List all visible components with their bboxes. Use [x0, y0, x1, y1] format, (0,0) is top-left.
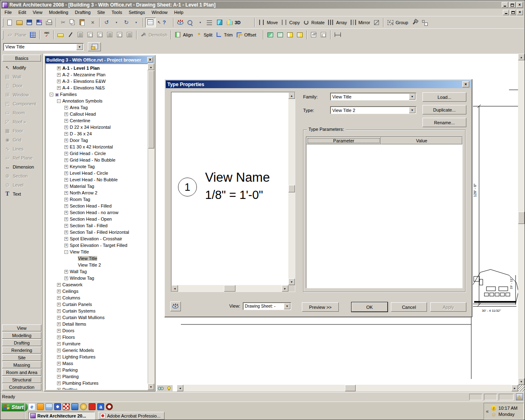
align-button[interactable]: Align [173, 30, 194, 40]
tree-expander[interactable]: + [64, 244, 68, 247]
project-browser-title-bar[interactable]: Building 3 - With Office.rvt - Project b… [45, 56, 154, 63]
tree-item[interactable]: + A-4 - Elevations N&S [46, 84, 154, 91]
tree-expander[interactable]: + [64, 224, 68, 228]
tray-app-icon[interactable]: ☺ [491, 412, 496, 417]
tree-item[interactable]: + Window Tag [46, 275, 154, 281]
save-to-central-button[interactable] [34, 18, 44, 27]
tree-expander[interactable]: + [64, 139, 68, 142]
menu-item[interactable]: Settings [126, 9, 148, 16]
scroll-thumb[interactable] [288, 185, 295, 192]
duplicate-button[interactable]: Duplicate... [422, 105, 466, 114]
tree-item[interactable]: + Wall Tag [46, 268, 154, 275]
quick-launch-icon[interactable] [71, 403, 78, 410]
task-button[interactable]: Adobe Acrobat Professio... [98, 412, 164, 420]
trim-button[interactable]: Trim [214, 30, 235, 40]
tree-item[interactable]: + Floors [46, 334, 154, 340]
undo-button[interactable]: ↺ [102, 18, 112, 27]
dialog-title-bar[interactable]: Type Properties × [166, 80, 471, 88]
scroll-down-button[interactable]: ▼ [518, 378, 525, 385]
scroll-thumb[interactable] [518, 212, 525, 224]
menu-item[interactable]: Window [148, 9, 171, 16]
tree-item[interactable]: + Generic Models [46, 347, 154, 354]
work-plane-grid-button[interactable] [28, 30, 38, 40]
tree-item[interactable]: + D - 36 x 24 [46, 130, 154, 137]
tree-expander[interactable]: + [64, 126, 68, 129]
tree-item[interactable]: + Spot Elevation - Crosshair [46, 235, 154, 242]
quick-launch-icon[interactable] [106, 403, 113, 410]
design-bar-tab[interactable]: Site [2, 354, 41, 361]
link-group-button[interactable] [420, 18, 429, 27]
worksharing-warning-icon[interactable]: ⚠ [516, 393, 523, 400]
tree-expander[interactable]: - [50, 93, 53, 96]
menu-item[interactable]: Tools [108, 9, 126, 16]
design-bar-tool[interactable]: ◸ Roof » [1, 117, 43, 126]
task-button[interactable]: Revit Architecture 20... [28, 412, 95, 420]
design-bar-tool[interactable]: T Text [1, 189, 43, 199]
join-roof-button[interactable] [265, 30, 275, 40]
tree-item[interactable]: + Curtain Wall Mullions [46, 314, 154, 321]
tree-item[interactable]: + Parking [46, 367, 154, 373]
tree-item[interactable]: + Area Tag [46, 104, 154, 111]
tree-expander[interactable]: + [57, 296, 61, 300]
spelling-button[interactable]: ABC✓ [42, 30, 52, 40]
tray-chevron-icon[interactable]: « [485, 409, 490, 414]
quick-launch-icon[interactable] [54, 403, 61, 410]
close-button[interactable]: × [516, 2, 523, 8]
mdi-close-button[interactable]: × [517, 10, 523, 15]
design-bar-tool[interactable]: ◰ Component [1, 99, 43, 108]
preview-toggle-button[interactable]: Preview >> [302, 302, 339, 312]
tree-item[interactable]: + Furniture [46, 340, 154, 347]
tree-item[interactable]: + Curtain Systems [46, 308, 154, 314]
tree-item[interactable]: + A-3 - Elevations E&W [46, 78, 154, 84]
tree-item[interactable]: + Casework [46, 281, 154, 288]
ok-button[interactable]: OK [352, 302, 388, 312]
design-bar-tool[interactable]: ∿ Lines [1, 144, 43, 153]
element-properties-button[interactable] [88, 42, 101, 51]
detach-wall-button[interactable] [295, 30, 305, 40]
design-bar-tool[interactable]: ↔ Dimension [1, 162, 43, 171]
scroll-down-button[interactable]: ▼ [148, 383, 154, 390]
apply-button[interactable]: Apply [430, 302, 466, 312]
tree-expander[interactable]: + [57, 342, 61, 346]
design-bar-tool[interactable]: ▦ Floor [1, 126, 43, 135]
design-bar-tool[interactable]: ⊙ Level [1, 180, 43, 189]
delete-button[interactable]: × [88, 18, 98, 27]
design-bar-tool[interactable]: ◉ Grid [1, 135, 43, 144]
toolbar-grip[interactable] [2, 30, 3, 39]
scroll-up-button[interactable]: ▲ [148, 64, 154, 70]
resize-grip[interactable] [518, 385, 525, 391]
tree-expander[interactable]: + [57, 309, 61, 313]
tree-item[interactable]: - Families [46, 91, 154, 98]
project-browser-close-button[interactable]: × [147, 57, 153, 62]
tree-item[interactable]: + Callout Head [46, 111, 154, 117]
tree-expander[interactable]: + [64, 198, 68, 201]
edit-wall-joins-button[interactable] [309, 30, 319, 40]
type-selector-combo[interactable]: View Title ▼ [3, 43, 84, 51]
zoom-list-button[interactable]: ▼ [195, 18, 205, 27]
group-button[interactable]: Group [386, 18, 410, 27]
tree-item[interactable]: + Level Head - No Bubble [46, 176, 154, 183]
load-button[interactable]: Load... [422, 92, 466, 102]
scroll-thumb[interactable] [148, 71, 154, 148]
edit-cuts-button[interactable] [319, 30, 329, 40]
type-combo[interactable]: View Title 2 ▼ [330, 106, 416, 114]
tree-item[interactable]: + Planting [46, 373, 154, 380]
tree-expander[interactable]: + [57, 336, 61, 339]
minimize-button[interactable] [502, 2, 508, 8]
design-bar-tab[interactable]: Massing [2, 361, 41, 368]
new-button[interactable] [5, 18, 15, 27]
cut-button[interactable]: ✂ [58, 18, 68, 27]
tree-expander[interactable]: + [64, 132, 68, 136]
tree-expander[interactable]: + [57, 381, 61, 385]
scroll-left-button[interactable]: ◄ [177, 385, 183, 391]
tree-item[interactable]: + Section Tail - Filled Horizontal [46, 229, 154, 235]
tree-item[interactable]: + North Arrow 2 [46, 189, 154, 196]
menu-item[interactable]: Edit [15, 9, 30, 16]
tree-expander[interactable]: + [57, 303, 61, 306]
move-button[interactable]: Move [257, 18, 279, 27]
scroll-up-button[interactable]: ▲ [518, 54, 525, 60]
open-button[interactable] [15, 18, 25, 27]
tree-expander[interactable]: + [57, 362, 61, 365]
tree-item[interactable]: + Section Head - Filled [46, 203, 154, 209]
tree-item[interactable]: + Profiles [46, 386, 154, 390]
